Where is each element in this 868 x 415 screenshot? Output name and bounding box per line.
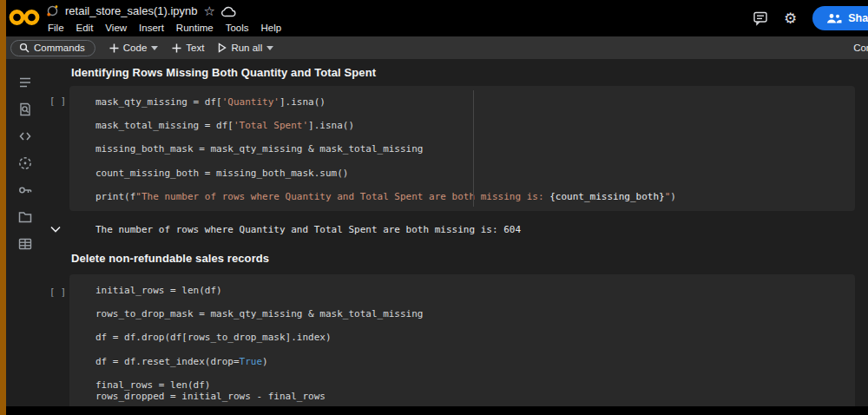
menu-view[interactable]: View	[105, 23, 127, 33]
code-editor[interactable]: initial_rows = len(df) rows_to_drop_mask…	[95, 285, 848, 403]
files-icon[interactable]	[14, 206, 36, 228]
cell-execution-indicator[interactable]: [ ]	[49, 96, 66, 106]
left-edge-strip	[0, 0, 6, 415]
add-text-button[interactable]: Text	[172, 43, 204, 53]
share-button[interactable]: Share	[812, 6, 868, 30]
people-icon	[826, 13, 842, 24]
notebook-content: Identifying Rows Missing Both Quantity a…	[43, 59, 868, 406]
menu-bar: File Edit View Insert Runtime Tools Help	[48, 20, 281, 35]
add-code-label: Code	[123, 43, 148, 53]
menu-insert[interactable]: Insert	[139, 23, 164, 33]
left-sidebar-rail	[6, 59, 43, 406]
editor-ruler	[473, 90, 474, 207]
colab-logo[interactable]	[9, 7, 40, 36]
menu-runtime[interactable]: Runtime	[176, 23, 214, 33]
play-icon	[218, 43, 227, 53]
share-button-label: Share	[848, 12, 868, 24]
header-bar: retail_store_sales(1).ipynb ☆ File Edit …	[0, 0, 868, 36]
find-and-replace-icon[interactable]	[14, 98, 36, 121]
section-heading: Identifying Rows Missing Both Quantity a…	[71, 66, 376, 79]
run-all-label: Run all	[231, 43, 262, 53]
code-cell[interactable]: initial_rows = len(df) rows_to_drop_mask…	[69, 274, 855, 413]
secrets-icon[interactable]	[14, 179, 36, 201]
notebook-title[interactable]: retail_store_sales(1).ipynb	[65, 4, 197, 17]
collapse-output-chevron-icon[interactable]	[49, 222, 62, 236]
menu-file[interactable]: File	[48, 23, 64, 33]
data-table-icon[interactable]	[14, 233, 36, 255]
connect-label: Connect	[853, 43, 868, 53]
notebook-toolbar: Commands Code Text Run all	[0, 36, 868, 59]
table-of-contents-icon[interactable]	[14, 71, 36, 94]
header-main: retail_store_sales(1).ipynb ☆ File Edit …	[46, 0, 281, 36]
plus-icon	[109, 43, 119, 53]
menu-help[interactable]: Help	[261, 23, 282, 33]
code-editor[interactable]: mask_qty_missing = df['Quantity'].isna()…	[95, 96, 848, 202]
chevron-down-icon	[266, 46, 273, 50]
section-heading: Delete non-refundable sales records	[71, 252, 269, 265]
code-snippets-icon[interactable]	[14, 125, 36, 148]
add-code-button[interactable]: Code	[109, 43, 159, 53]
star-icon[interactable]: ☆	[203, 4, 214, 17]
menu-edit[interactable]: Edit	[76, 23, 94, 33]
variables-icon[interactable]	[14, 152, 36, 175]
plus-icon	[172, 43, 181, 53]
settings-gear-icon[interactable]: ⚙	[784, 11, 797, 26]
chevron-down-icon	[151, 46, 158, 50]
commands-label: Commands	[34, 43, 85, 53]
header-actions: ⚙ Share	[753, 0, 868, 36]
code-cell[interactable]: mask_qty_missing = df['Quantity'].isna()…	[69, 86, 855, 211]
comments-icon[interactable]	[753, 10, 768, 26]
bottom-edge-bar	[0, 406, 868, 415]
cloud-saved-icon[interactable]	[221, 5, 237, 17]
cell-output-text: The number of rows where Quantity and To…	[95, 224, 521, 235]
connect-button[interactable]: Connect	[853, 43, 868, 53]
notebook-icon	[46, 4, 59, 17]
add-text-label: Text	[186, 43, 204, 53]
cell-execution-indicator[interactable]: [ ]	[49, 287, 66, 297]
commands-button[interactable]: Commands	[10, 40, 95, 56]
run-all-button[interactable]: Run all	[218, 43, 273, 53]
menu-tools[interactable]: Tools	[226, 23, 249, 33]
search-icon	[19, 43, 30, 53]
